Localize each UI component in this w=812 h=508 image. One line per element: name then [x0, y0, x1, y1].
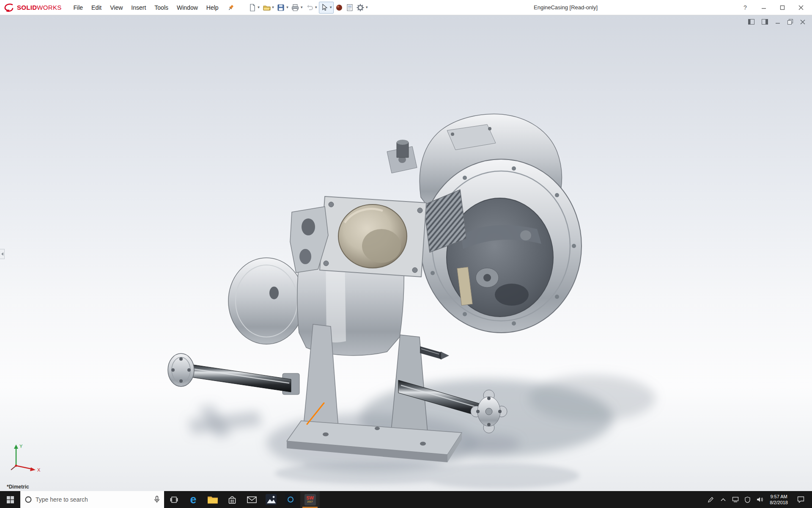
- minimize-icon: [761, 5, 766, 10]
- new-doc-icon: [248, 3, 257, 12]
- system-tray: 9:57 AM 8/2/2018: [705, 491, 812, 508]
- undo-button[interactable]: ▼: [304, 2, 318, 14]
- child-restore-button[interactable]: [787, 19, 793, 25]
- hidden-icons-button[interactable]: [717, 491, 729, 508]
- taskbar-clock[interactable]: 9:57 AM 8/2/2018: [766, 494, 792, 506]
- options-button[interactable]: ▼: [355, 2, 369, 14]
- close-icon: [798, 5, 804, 10]
- save-icon: [277, 3, 285, 12]
- network-button[interactable]: [729, 491, 741, 508]
- engine-casing-model[interactable]: [0, 15, 812, 491]
- child-close-button[interactable]: [800, 19, 805, 25]
- menu-tools[interactable]: Tools: [150, 0, 173, 15]
- taskbar-app-mail[interactable]: [242, 491, 261, 508]
- pane-right-button[interactable]: [762, 19, 768, 25]
- chevron-left-icon: [1, 252, 3, 256]
- taskbar-app-photos[interactable]: [261, 491, 281, 508]
- sheet-icon: [346, 3, 354, 12]
- windows-taskbar: e: [0, 491, 812, 508]
- folder-icon: [207, 495, 218, 504]
- help-icon: ?: [743, 4, 747, 11]
- taskbar-app-file-explorer[interactable]: [203, 491, 222, 508]
- pen-icon: [708, 497, 714, 503]
- view-orientation-label: *Dimetric: [7, 484, 29, 490]
- taskbar-app-solidworks[interactable]: SW 2017: [300, 491, 320, 508]
- panel-flyout-tab[interactable]: [0, 249, 5, 259]
- orientation-triad: Y X: [7, 442, 43, 477]
- menu-pin-button[interactable]: [225, 2, 236, 13]
- options-sheet-button[interactable]: [345, 2, 355, 14]
- minimize-icon: [775, 19, 780, 25]
- menu-help[interactable]: Help: [202, 0, 223, 15]
- close-button[interactable]: [793, 0, 809, 15]
- shield-icon: [745, 497, 750, 503]
- menu-view[interactable]: View: [106, 0, 127, 15]
- taskbar-search[interactable]: [20, 491, 164, 508]
- edge-icon: e: [190, 494, 196, 505]
- help-button[interactable]: ?: [738, 0, 753, 15]
- action-center-button[interactable]: [792, 491, 809, 508]
- media-app-icon: [285, 494, 296, 505]
- print-icon: [291, 3, 299, 12]
- maximize-button[interactable]: [775, 0, 790, 15]
- taskbar-app-media[interactable]: [281, 491, 300, 508]
- undo-icon: [305, 3, 314, 12]
- edit-appearance-button[interactable]: [334, 2, 344, 14]
- child-minimize-button[interactable]: [775, 19, 780, 25]
- menu-insert[interactable]: Insert: [127, 0, 150, 15]
- appearance-icon: [335, 3, 343, 12]
- task-view-icon: [170, 496, 178, 503]
- clock-date: 8/2/2018: [770, 500, 788, 505]
- document-title: EngineCasing [Read-only]: [534, 0, 598, 15]
- photos-icon: [266, 494, 277, 505]
- triad-x-label: X: [37, 467, 41, 472]
- windows-logo-icon: [7, 496, 14, 503]
- brand-name: SOLIDWORKS: [17, 4, 62, 11]
- document-window-controls: [748, 19, 805, 25]
- clock-time: 9:57 AM: [770, 494, 788, 500]
- quick-access-toolbar: ▼ ▼ ▼ ▼: [247, 2, 369, 14]
- solidworks-window: SOLIDWORKS File Edit View Insert Tools W…: [0, 0, 812, 508]
- brand-swirl-icon: [3, 3, 14, 12]
- volume-icon: [757, 497, 763, 502]
- title-bar: SOLIDWORKS File Edit View Insert Tools W…: [0, 0, 812, 15]
- select-icon: [320, 3, 329, 12]
- pane-left-icon: [748, 19, 754, 25]
- pane-left-button[interactable]: [748, 19, 754, 25]
- gear-icon: [356, 3, 365, 12]
- print-button[interactable]: ▼: [290, 2, 304, 14]
- start-button[interactable]: [0, 491, 20, 508]
- windows-ink-button[interactable]: [705, 491, 717, 508]
- save-button[interactable]: ▼: [276, 2, 290, 14]
- close-icon: [800, 19, 805, 25]
- chevron-up-icon: [721, 498, 726, 501]
- model-reflection: [275, 462, 579, 489]
- network-icon: [732, 497, 739, 502]
- search-circle-icon: [25, 496, 32, 503]
- menu-window[interactable]: Window: [173, 0, 202, 15]
- graphics-viewport[interactable]: Y X *Dimetric: [0, 15, 812, 491]
- taskbar-app-edge[interactable]: e: [184, 491, 203, 508]
- maximize-icon: [780, 5, 785, 10]
- pane-right-icon: [762, 19, 768, 25]
- search-input[interactable]: [36, 496, 151, 503]
- microphone-icon[interactable]: [154, 496, 160, 503]
- task-view-button[interactable]: [164, 491, 184, 508]
- new-document-button[interactable]: ▼: [247, 2, 261, 14]
- action-center-icon: [797, 496, 804, 503]
- restore-icon: [787, 19, 793, 25]
- solidworks-app-icon: SW 2017: [304, 494, 316, 505]
- menu-file[interactable]: File: [69, 0, 88, 15]
- open-icon: [263, 3, 271, 12]
- pin-icon: [228, 4, 234, 11]
- security-button[interactable]: [741, 491, 754, 508]
- menu-edit[interactable]: Edit: [87, 0, 106, 15]
- select-button[interactable]: ▼: [319, 2, 334, 14]
- mail-icon: [247, 496, 257, 503]
- window-controls: ?: [738, 0, 809, 15]
- taskbar-app-store[interactable]: [222, 491, 242, 508]
- volume-button[interactable]: [754, 491, 766, 508]
- solidworks-logo: SOLIDWORKS: [0, 3, 69, 12]
- minimize-button[interactable]: [756, 0, 771, 15]
- open-button[interactable]: ▼: [262, 2, 276, 14]
